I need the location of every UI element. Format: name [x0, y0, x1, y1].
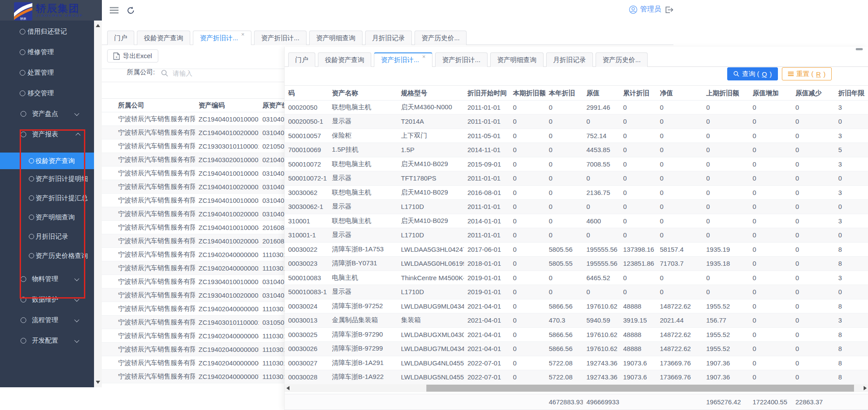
scroll-up-arrow-icon[interactable]	[96, 24, 100, 27]
table-row[interactable]: 00030028清障车浙B-1A922LWLDABUG5NL0455732022…	[285, 370, 868, 385]
tab-4[interactable]: 资产明细查询	[309, 31, 363, 45]
table-cell: 清障车浙B-1A291	[328, 356, 397, 370]
sidebar-item-label: 维修管理	[28, 48, 54, 56]
table-row[interactable]: 500010072联想电脑主机启天M410-B0292015-09-010070…	[285, 157, 868, 171]
table-row[interactable]: 30030062-1显示器L1710D2011-01-01000000000	[285, 200, 868, 214]
reset-button[interactable]: 重置 (R)	[782, 67, 832, 80]
sidebar-item-3[interactable]: 移交管理	[0, 83, 94, 104]
company-filter-label: 所属公司:	[127, 68, 155, 76]
scrollbar-thumb[interactable]	[426, 385, 854, 392]
column-header: 上期折旧额	[703, 87, 749, 100]
scrollbar-up-indicator[interactable]	[856, 48, 863, 50]
table-row[interactable]: 500010083-1显示器L1710D2019-01-01000000000	[285, 285, 868, 299]
table-cell: 清障车浙B-1A753	[328, 242, 397, 257]
sidebar-item-label: 借用归还登记	[28, 28, 67, 36]
tab-1[interactable]: 役龄资产查询	[318, 52, 371, 67]
table-cell: 3	[835, 157, 868, 171]
tab-label: 月折旧记录	[553, 56, 586, 64]
tab-3[interactable]: 资产折旧计...	[254, 31, 307, 45]
table-cell: 0	[509, 129, 545, 143]
export-excel-button[interactable]: x 导出Excel	[107, 49, 158, 63]
circle-icon	[20, 90, 25, 96]
circle-icon	[20, 49, 25, 55]
table-row[interactable]: 00030024清障车浙B-97252LWLDABUG9ML0434192021…	[285, 299, 868, 313]
query-button[interactable]: 查询 (Q)	[727, 67, 778, 80]
table-cell: 19073.6	[620, 356, 656, 370]
user-menu[interactable]: 管理员	[629, 5, 673, 14]
tab-3[interactable]: 资产折旧计...	[435, 52, 488, 67]
sidebar-item-2[interactable]: 处置管理	[0, 63, 94, 83]
table-cell: 2021-04-01	[464, 327, 509, 342]
tab-5[interactable]: 月折旧记录	[546, 52, 593, 67]
logout-icon[interactable]	[664, 5, 673, 14]
company-search-box[interactable]	[161, 65, 288, 81]
table-row[interactable]: 500010083电脑主机ThinkCentre M4500K-...2019-…	[285, 271, 868, 285]
table-cell: 58157.4	[656, 242, 703, 257]
table-cell: 1955.52	[703, 299, 749, 313]
table-cell: LWLDAA5G3HL042474	[397, 242, 464, 257]
tab-5[interactable]: 月折旧记录	[365, 31, 412, 45]
table-cell: 0	[656, 214, 703, 228]
table-cell: 0	[620, 171, 656, 186]
submenu-item-5-2[interactable]: 资产折旧计提汇总	[0, 188, 94, 208]
horizontal-scrollbar[interactable]	[285, 384, 868, 392]
sidebar-item-6[interactable]: 物料管理	[0, 269, 94, 289]
submenu-item-5-3[interactable]: 资产明细查询	[0, 208, 94, 227]
table-cell: 0	[545, 228, 583, 243]
tab-close-icon[interactable]: ×	[241, 32, 245, 37]
tab-6[interactable]: 资产历史价...	[415, 31, 467, 45]
scroll-left-arrow-icon[interactable]	[286, 386, 289, 390]
table-cell: 6465.52	[583, 271, 620, 285]
table-row[interactable]: 00030025清障车浙B-97290LWLDABUGXML0430562021…	[285, 327, 868, 342]
sidebar-item-8[interactable]: 流程管理	[0, 310, 94, 330]
sidebar-item-7[interactable]: 数据维护	[0, 289, 94, 310]
table-row[interactable]: 00030027清障车浙B-1A291LWLDABUG4NL0455502022…	[285, 356, 868, 370]
sidebar: 轿辰 轿辰集团 JIAOCHEN GROUP 借用归还登记维修管理处置管理移交管…	[0, 0, 102, 387]
sidebar-item-label: 资产盘点	[32, 110, 58, 118]
sidebar-scrollbar[interactable]	[94, 21, 102, 387]
table-row[interactable]: 00030013金属制品集装箱集装箱2021-04-010470.35940.5…	[285, 313, 868, 328]
submenu-item-5-0-active[interactable]: 役龄资产查询	[0, 153, 94, 169]
table-cell: 2011-01-01	[464, 115, 509, 129]
table-cell: 195555.56	[583, 242, 620, 257]
table-row[interactable]: 500010057保险柜上下双门2011-05-0100752.14000003	[285, 129, 868, 143]
sidebar-item-9[interactable]: 开发配置	[0, 330, 94, 351]
tab-0[interactable]: 门户	[288, 52, 315, 67]
table-cell: ZC194040100200004	[195, 234, 259, 248]
table-row[interactable]: 500010072-1显示器TFT1780PS2011-01-010000000…	[285, 171, 868, 186]
table-cell: 48888	[620, 342, 656, 356]
table-row[interactable]: 310001-1显示器L1710D2011-01-01000000000	[285, 228, 868, 243]
tab-1[interactable]: 役龄资产查询	[137, 31, 190, 45]
tab-2-active[interactable]: 资产折旧计...×	[374, 52, 432, 67]
table-row[interactable]: 30030062联想电脑主机启天M410-B0292016-08-0100213…	[285, 185, 868, 200]
table-row[interactable]: 00020050-1显示器T2014A2011-01-01000000000	[285, 115, 868, 129]
column-header: 资产名称	[328, 87, 397, 100]
scroll-right-arrow-icon[interactable]	[864, 386, 867, 390]
table-row[interactable]: 00030023清障浙B-Y0731LWLDAA5G0HL0619982018-…	[285, 257, 868, 271]
sidebar-item-5[interactable]: 资产报表	[0, 124, 94, 145]
tab-0[interactable]: 门户	[107, 31, 134, 45]
table-cell: 宁波轿辰汽车销售服务有限公司	[102, 180, 195, 194]
sidebar-item-1[interactable]: 维修管理	[0, 42, 94, 63]
refresh-icon[interactable]	[126, 6, 136, 15]
submenu-item-5-1[interactable]: 资产折旧计提明细	[0, 169, 94, 188]
sidebar-item-0[interactable]: 借用归还登记	[0, 21, 94, 42]
hamburger-menu-icon[interactable]	[110, 10, 119, 11]
tab-4[interactable]: 资产明细查询	[490, 52, 544, 67]
tab-close-icon[interactable]: ×	[422, 54, 426, 59]
tab-6[interactable]: 资产历史价...	[596, 52, 648, 67]
sidebar-item-4[interactable]: 资产盘点	[0, 104, 94, 124]
table-cell: 0	[749, 185, 792, 200]
table-row[interactable]: 00030026清障车浙B-97299LWLDABUG7ML0434182021…	[285, 342, 868, 356]
submenu-item-5-4[interactable]: 月折旧记录	[0, 227, 94, 246]
sidebar-item-label: 资产报表	[32, 130, 58, 139]
chevron-down-icon	[74, 296, 79, 301]
submenu-item-5-5[interactable]: 资产历史价格查询	[0, 246, 94, 265]
table-row[interactable]: 00020050联想电脑主机启天M4360-N0002011-01-010029…	[285, 100, 868, 115]
table-row[interactable]: 310001联想电脑主机启天M410-B0292014-01-010046000…	[285, 214, 868, 228]
scroll-down-arrow-icon[interactable]	[96, 381, 100, 384]
tab-2-active[interactable]: 资产折旧计...×	[193, 31, 251, 45]
company-search-input[interactable]	[173, 69, 269, 77]
table-row[interactable]: 00030022清障车浙B-1A753LWLDAA5G3HL0424742017…	[285, 242, 868, 257]
table-row[interactable]: 7000100691.5P挂机1.5P2014-11-01004453.8500…	[285, 143, 868, 157]
